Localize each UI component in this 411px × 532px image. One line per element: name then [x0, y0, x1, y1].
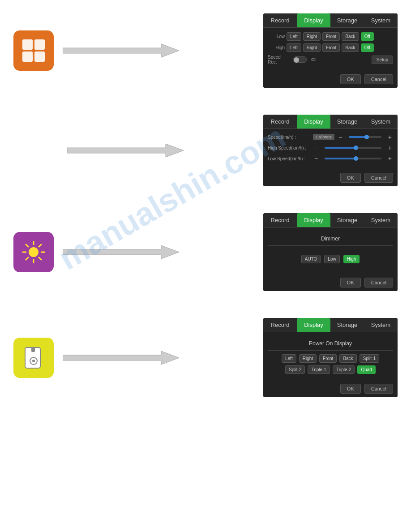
row-3: Record Display Storage System Dimmer AUT… — [0, 200, 411, 305]
pow-split2-btn[interactable]: Split-2 — [285, 365, 305, 374]
pow-split1-btn[interactable]: Split-1 — [360, 354, 379, 363]
cancel-btn-3[interactable]: Cancel — [364, 278, 393, 287]
panel-1: Record Display Storage System Low Left R… — [263, 13, 398, 88]
panel-2: Record Display Storage System Speed(km/h… — [263, 115, 398, 186]
icon-brightness — [13, 232, 54, 272]
high-speed-label: High Speed(km/h) : — [268, 146, 310, 150]
tab-display-2[interactable]: Display — [297, 115, 330, 129]
tab-record-4[interactable]: Record — [263, 318, 297, 332]
tab-storage-2[interactable]: Storage — [330, 115, 364, 129]
pow-back-btn[interactable]: Back — [339, 354, 356, 363]
tab-system-3[interactable]: System — [364, 213, 398, 227]
pow-triple2-btn[interactable]: Triple-2 — [333, 365, 355, 374]
cancel-btn-1[interactable]: Cancel — [364, 74, 393, 84]
speed-rec-label: SpeedRec. — [268, 55, 290, 64]
high-off-btn[interactable]: Off — [361, 43, 374, 52]
panel-2-tabs: Record Display Storage System — [263, 115, 398, 129]
speed-fill — [349, 136, 367, 138]
row-2: Record Display Storage System Speed(km/h… — [0, 101, 411, 200]
dimmer-buttons: AUTO Low High — [268, 250, 393, 270]
low-left-btn[interactable]: Left — [287, 32, 301, 41]
arrow-2 — [58, 142, 263, 159]
speed-rec-toggle[interactable] — [293, 56, 307, 63]
panel-3-tabs: Record Display Storage System — [263, 213, 398, 227]
ok-btn-1[interactable]: OK — [340, 74, 361, 84]
tab-display-3[interactable]: Display — [297, 213, 330, 227]
tab-storage-1[interactable]: Storage — [330, 13, 364, 27]
low-back-btn[interactable]: Back — [342, 32, 359, 41]
high-left-btn[interactable]: Left — [287, 43, 301, 52]
dimmer-low-btn[interactable]: Low — [324, 255, 339, 263]
tab-display-4[interactable]: Display — [297, 318, 330, 332]
low-row: Low Left Right Front Back Off — [268, 32, 393, 41]
ok-btn-3[interactable]: OK — [340, 278, 361, 287]
svg-marker-5 — [67, 144, 184, 157]
high-speed-plus[interactable]: + — [387, 144, 393, 151]
high-right-btn[interactable]: Right — [303, 43, 321, 52]
tab-system-1[interactable]: System — [364, 13, 398, 27]
tab-storage-3[interactable]: Storage — [330, 213, 364, 227]
dimmer-high-btn[interactable]: High — [343, 255, 360, 263]
arrow-1 — [54, 42, 263, 60]
tab-record-2[interactable]: Record — [263, 115, 297, 129]
low-speed-slider-row: Low Speed(km/h) : − + — [268, 155, 393, 162]
cancel-btn-2[interactable]: Cancel — [364, 173, 393, 183]
svg-point-6 — [29, 247, 39, 257]
power-btn-row-1: Left Right Front Back Split-1 — [268, 354, 393, 363]
panel-3-footer: OK Cancel — [263, 275, 398, 291]
dimmer-auto-btn[interactable]: AUTO — [301, 255, 321, 263]
low-label: Low — [268, 34, 285, 39]
svg-point-19 — [32, 360, 35, 362]
cancel-btn-4[interactable]: Cancel — [364, 384, 393, 394]
high-front-btn[interactable]: Front — [322, 43, 340, 52]
panel-1-footer: OK Cancel — [263, 72, 398, 88]
setup-btn[interactable]: Setup — [372, 56, 393, 64]
speed-plus[interactable]: + — [387, 133, 393, 141]
low-speed-minus[interactable]: − — [313, 155, 319, 162]
ok-btn-4[interactable]: OK — [340, 384, 361, 394]
low-right-btn[interactable]: Right — [303, 32, 321, 41]
speed-slider-row: Speed(km/h) : Calibrate − + — [268, 133, 393, 141]
ok-btn-2[interactable]: OK — [340, 173, 361, 183]
svg-rect-1 — [34, 39, 45, 50]
low-speed-plus[interactable]: + — [387, 155, 393, 162]
pow-right-btn[interactable]: Right — [299, 354, 317, 363]
arrow-4 — [54, 349, 263, 367]
low-speed-thumb — [354, 156, 358, 161]
low-front-btn[interactable]: Front — [322, 32, 340, 41]
low-off-btn[interactable]: Off — [361, 32, 374, 41]
pow-triple1-btn[interactable]: Triple-1 — [308, 365, 330, 374]
tab-display-1[interactable]: Display — [297, 13, 330, 27]
pow-left-btn[interactable]: Left — [282, 354, 296, 363]
panel-4-tabs: Record Display Storage System — [263, 318, 398, 332]
svg-rect-0 — [22, 39, 33, 50]
high-speed-minus[interactable]: − — [313, 144, 319, 151]
card-icon — [21, 345, 47, 371]
calibrate-btn[interactable]: Calibrate — [313, 134, 334, 140]
tab-storage-4[interactable]: Storage — [330, 318, 364, 332]
panel-4: Record Display Storage System Power On D… — [263, 318, 398, 397]
speed-rec-row: SpeedRec. Off Setup — [268, 55, 393, 64]
panel-3: Record Display Storage System Dimmer AUT… — [263, 213, 398, 291]
pow-front-btn[interactable]: Front — [319, 354, 337, 363]
panel-1-tabs: Record Display Storage System — [263, 13, 398, 28]
tab-record-3[interactable]: Record — [263, 213, 297, 227]
panel-4-footer: OK Cancel — [263, 381, 398, 397]
panel-3-content: Dimmer AUTO Low High — [263, 227, 398, 275]
high-row: High Left Right Front Back Off — [268, 43, 393, 52]
high-speed-track[interactable] — [325, 147, 381, 149]
speed-track[interactable] — [349, 136, 381, 138]
svg-marker-15 — [63, 245, 179, 259]
high-label: High — [268, 45, 285, 50]
arrow-3 — [54, 243, 263, 261]
tab-system-2[interactable]: System — [364, 115, 398, 129]
tab-record-1[interactable]: Record — [263, 13, 297, 27]
tab-system-4[interactable]: System — [364, 318, 398, 332]
speed-minus[interactable]: − — [337, 133, 343, 141]
svg-rect-2 — [22, 51, 33, 62]
svg-line-14 — [26, 257, 29, 260]
grid-icon — [21, 38, 47, 64]
high-back-btn[interactable]: Back — [342, 43, 359, 52]
low-speed-track[interactable] — [325, 158, 381, 159]
pow-quad-btn[interactable]: Quad — [357, 365, 375, 374]
